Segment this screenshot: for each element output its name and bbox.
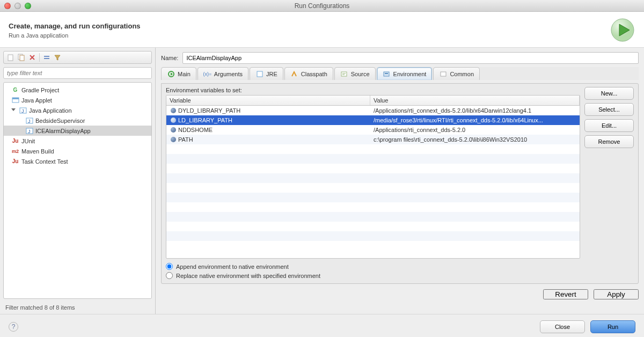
filter-status: Filter matched 8 of 8 items (3, 302, 152, 311)
env-row-empty: .. (166, 164, 580, 173)
select-env-button[interactable]: Select... (584, 103, 634, 116)
env-row-empty: .. (166, 231, 580, 241)
radio-replace-environment[interactable]: Replace native environment with specifie… (166, 272, 580, 279)
left-toolbar (3, 51, 152, 64)
duplicate-config-icon[interactable] (18, 54, 25, 61)
revert-button[interactable]: Revert (543, 289, 588, 299)
filter-input[interactable] (3, 67, 152, 79)
apply-button[interactable]: Apply (594, 289, 639, 299)
java-app-icon: J (19, 106, 27, 114)
radio-append-environment[interactable]: Append environment to native environment (166, 263, 580, 270)
java-run-icon: J (25, 127, 33, 135)
java-run-icon: J (25, 116, 33, 124)
tree-label: ICEAlarmDisplayApp (35, 128, 91, 134)
env-row-empty: .. (166, 154, 580, 164)
titlebar: Run Configurations (0, 0, 644, 12)
svg-rect-7 (44, 56, 49, 57)
tab-main[interactable]: Main (161, 67, 196, 80)
radio-input[interactable] (166, 272, 173, 279)
env-row[interactable]: PATH c:\program files\rti_connext_dds-5.… (166, 135, 580, 144)
config-tree[interactable]: G Gradle Project Java Applet J Java Appl… (3, 82, 152, 299)
new-config-icon[interactable] (7, 54, 14, 61)
tab-environment[interactable]: Environment (377, 67, 433, 80)
tree-item-java-applet[interactable]: Java Applet (4, 95, 151, 105)
svg-rect-8 (44, 58, 49, 59)
help-icon[interactable]: ? (9, 322, 18, 332)
tab-jre[interactable]: JRE (250, 67, 283, 80)
col-value[interactable]: Value (370, 96, 580, 105)
env-var-value: c:\program files\rti_connext_dds-5.2.0\l… (370, 136, 580, 143)
tree-item-junit[interactable]: Ju JUnit (4, 136, 151, 146)
svg-rect-19 (257, 71, 262, 77)
env-row-empty: .. (166, 144, 580, 154)
env-row[interactable]: DYLD_LIBRARY_PATH /Applications/rti_conn… (166, 106, 580, 115)
maven-icon: m2 (11, 147, 19, 155)
tree-item-task-context-test[interactable]: Ju Task Context Test (4, 156, 151, 166)
env-section-label: Environment variables to set: (166, 87, 580, 93)
filter-dropdown-icon[interactable] (54, 54, 61, 61)
run-button[interactable]: Run (590, 320, 635, 333)
env-table[interactable]: Variable Value DYLD_LIBRARY_PATH /Applic… (166, 95, 580, 259)
config-tabs: Main (x)= Arguments JRE Classpath Source… (161, 67, 639, 80)
radio-label: Replace native environment with specifie… (176, 273, 320, 279)
env-var-name: NDDSHOME (178, 127, 213, 133)
source-icon (340, 70, 348, 78)
tree-label: JUnit (21, 138, 35, 144)
radio-label: Append environment to native environment (176, 263, 289, 270)
tree-item-maven-build[interactable]: m2 Maven Build (4, 146, 151, 156)
tree-label: Task Context Test (21, 158, 68, 165)
classpath-icon (290, 70, 298, 78)
tree-item-ice-alarm-display-app[interactable]: J ICEAlarmDisplayApp (4, 126, 151, 136)
applet-icon (11, 96, 19, 104)
environment-icon (383, 70, 391, 78)
dialog-header: Create, manage, and run configurations R… (0, 12, 644, 48)
env-row[interactable]: NDDSHOME /Applications/rti_connext_dds-5… (166, 125, 580, 135)
tree-item-gradle-project[interactable]: G Gradle Project (4, 85, 151, 95)
env-row[interactable]: LD_LIBRARY_PATH /media/sf_rose3/rti/linu… (166, 115, 580, 125)
close-button[interactable]: Close (540, 320, 585, 333)
col-variable[interactable]: Variable (166, 96, 370, 105)
env-bullet-icon (171, 118, 176, 123)
new-env-button[interactable]: New... (584, 87, 634, 100)
svg-rect-10 (12, 98, 19, 99)
env-bullet-icon (171, 108, 176, 113)
tab-source[interactable]: Source (334, 67, 376, 80)
svg-rect-24 (385, 73, 388, 74)
tab-common[interactable]: Common (433, 67, 480, 80)
common-icon (439, 70, 447, 78)
tree-label: Gradle Project (21, 87, 59, 93)
left-pane: G Gradle Project Java Applet J Java Appl… (0, 48, 156, 314)
edit-env-button[interactable]: Edit... (584, 119, 634, 132)
tab-label: Classpath (301, 71, 327, 77)
play-icon (167, 70, 175, 78)
right-pane: Name: Main (x)= Arguments JRE Classpath (156, 48, 644, 314)
name-label: Name: (161, 55, 178, 61)
env-table-header: Variable Value (166, 96, 580, 106)
environment-panel: Environment variables to set: Variable V… (161, 83, 639, 284)
env-var-name: DYLD_LIBRARY_PATH (178, 107, 240, 114)
tree-label: Java Applet (21, 97, 52, 104)
svg-rect-4 (20, 55, 24, 61)
collapse-all-icon[interactable] (43, 54, 50, 61)
env-var-value: /Applications/rti_connext_dds-5.2.0/lib/… (370, 107, 580, 114)
radio-input[interactable] (166, 263, 173, 270)
env-row-empty: .. (166, 241, 580, 251)
config-name-input[interactable] (182, 52, 639, 64)
env-bullet-icon (171, 137, 176, 142)
junit-icon: Ju (11, 137, 19, 145)
env-var-value: /media/sf_rose3/rti/linux/RTI/rti_connex… (370, 117, 580, 123)
remove-env-button[interactable]: Remove (584, 135, 634, 148)
tab-label: Source (351, 71, 370, 77)
svg-rect-2 (8, 55, 13, 61)
env-row-empty: .. (166, 173, 580, 183)
tab-classpath[interactable]: Classpath (284, 67, 333, 80)
tab-label: Environment (393, 71, 427, 77)
tree-label: Java Application (29, 107, 72, 114)
tree-item-java-application[interactable]: J Java Application (4, 105, 151, 115)
delete-config-icon[interactable] (28, 54, 36, 61)
tab-arguments[interactable]: (x)= Arguments (197, 67, 248, 80)
header-title: Create, manage, and run configurations (9, 22, 141, 30)
tree-item-bedside-supervisor[interactable]: J BedsideSupervisor (4, 115, 151, 126)
tree-label: BedsideSupervisor (35, 118, 85, 124)
tree-label: Maven Build (21, 148, 54, 155)
